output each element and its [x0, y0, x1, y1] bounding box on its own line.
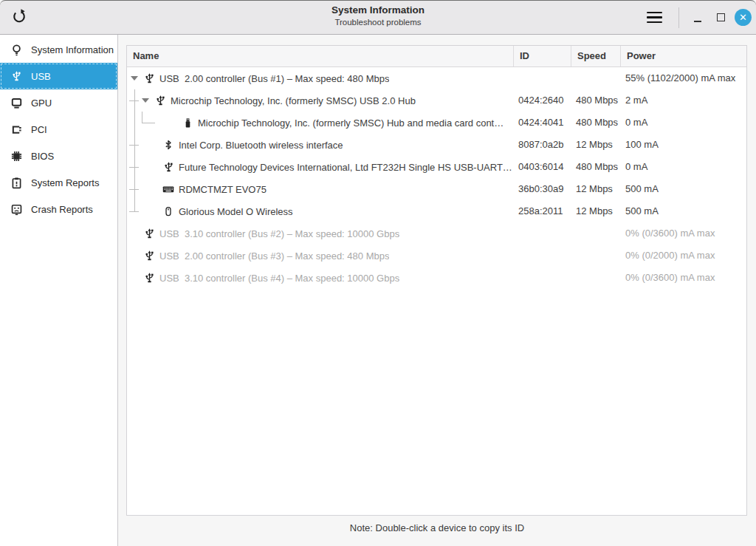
sidebar-item-crash-reports[interactable]: Crash Reports — [0, 196, 117, 222]
chip-icon — [10, 149, 23, 163]
device-name: Microchip Technology, Inc. (formerly SMS… — [171, 95, 416, 106]
device-name: RDMCTMZT EVO75 — [179, 184, 267, 195]
expander-arrow[interactable] — [141, 96, 150, 105]
minimize-icon — [694, 21, 701, 22]
device-speed: 480 Mbps — [571, 89, 621, 112]
display-icon — [10, 96, 23, 109]
device-name-cell: USB 2.00 controller (Bus #3) – Max speed… — [127, 245, 514, 267]
table-row[interactable]: USB 3.10 controller (Bus #2) – Max speed… — [127, 222, 746, 245]
table-row[interactable]: RDMCTMZT EVO7536b0:30a912 Mbps500 mA — [127, 178, 746, 200]
tree-line — [129, 145, 139, 146]
minimize-button[interactable] — [689, 7, 707, 28]
maximize-button[interactable] — [712, 7, 729, 28]
usb-icon — [162, 161, 174, 173]
refresh-icon — [11, 8, 27, 27]
sidebar-item-system-information[interactable]: System Information — [0, 36, 117, 63]
device-name: Future Technology Devices International,… — [179, 162, 512, 173]
device-name-cell: USB 3.10 controller (Bus #2) – Max speed… — [127, 222, 514, 245]
device-id: 0403:6014 — [514, 156, 571, 178]
tree-line — [129, 211, 139, 212]
device-name-cell: Intel Corp. Bluetooth wireless interface — [127, 134, 514, 156]
expander-arrow[interactable] — [130, 74, 139, 83]
tree-line — [134, 112, 135, 134]
sidebar-item-system-reports[interactable]: System Reports — [0, 169, 117, 196]
sidebar-item-bios[interactable]: BIOS — [0, 143, 117, 169]
device-id: 36b0:30a9 — [514, 178, 571, 200]
titlebar: System Information Troubleshoot problems… — [0, 0, 756, 35]
table-row[interactable]: USB 2.00 controller (Bus #3) – Max speed… — [127, 245, 746, 267]
device-speed: 12 Mbps — [571, 178, 621, 200]
table-row[interactable]: USB 3.10 controller (Bus #4) – Max speed… — [127, 267, 746, 289]
device-name: USB 2.00 controller (Bus #3) – Max speed… — [159, 250, 389, 262]
device-name: Glorious Model O Wireless — [179, 206, 293, 217]
usb-icon — [143, 228, 155, 239]
lightbulb-icon — [10, 43, 23, 56]
column-header-power[interactable]: Power — [621, 46, 746, 66]
device-power: 0 mA — [621, 112, 746, 134]
sidebar-item-label: USB — [31, 71, 51, 82]
pci-icon — [10, 123, 23, 136]
usb-icon — [143, 272, 155, 284]
device-power: 0% (0/2000) mA max — [621, 245, 746, 267]
device-power: 500 mA — [621, 178, 746, 200]
sidebar-item-label: System Reports — [31, 177, 99, 188]
device-id: 258a:2011 — [514, 200, 571, 222]
device-speed — [571, 67, 621, 89]
device-name-cell: Microchip Technology, Inc. (formerly SMS… — [127, 89, 514, 112]
device-name-cell: USB 2.00 controller (Bus #1) – Max speed… — [127, 67, 514, 89]
device-id: 8087:0a2b — [514, 134, 571, 156]
flash-drive-icon — [182, 117, 193, 129]
sidebar-item-label: GPU — [31, 98, 52, 109]
device-speed — [571, 267, 621, 289]
device-speed — [571, 245, 621, 267]
refresh-button[interactable] — [9, 7, 30, 28]
device-name: Intel Corp. Bluetooth wireless interface — [179, 140, 343, 151]
usb-icon — [154, 95, 166, 106]
device-name: USB 2.00 controller (Bus #1) – Max speed… — [159, 73, 389, 84]
bluetooth-icon — [162, 139, 174, 151]
device-power: 55% (1102/2000) mA max — [621, 67, 746, 89]
column-header-id[interactable]: ID — [514, 46, 571, 66]
device-power: 2 mA — [621, 89, 746, 112]
table-row[interactable]: Glorious Model O Wireless258a:201112 Mbp… — [127, 200, 746, 222]
sidebar-item-pci[interactable]: PCI — [0, 116, 117, 143]
device-id — [514, 67, 571, 89]
device-power: 0% (0/3600) mA max — [621, 222, 746, 245]
table-row[interactable]: Future Technology Devices International,… — [127, 156, 746, 178]
table-row[interactable]: Microchip Technology, Inc. (formerly SMS… — [127, 89, 746, 112]
content-pane: NameIDSpeedPower USB 2.00 controller (Bu… — [118, 35, 756, 546]
device-name-cell: Microchip Technology, Inc. (formerly SMS… — [127, 112, 514, 134]
tree-line — [129, 167, 139, 168]
device-name-cell: Future Technology Devices International,… — [127, 156, 514, 178]
sidebar-item-gpu[interactable]: GPU — [0, 89, 117, 116]
expander-placeholder — [130, 229, 139, 238]
table-row[interactable]: Intel Corp. Bluetooth wireless interface… — [127, 134, 746, 156]
report-icon — [10, 176, 23, 189]
close-icon: ✕ — [739, 13, 747, 22]
device-power: 0% (0/3600) mA max — [621, 267, 746, 289]
expander-placeholder — [130, 251, 139, 260]
device-id — [514, 267, 571, 289]
device-name: USB 3.10 controller (Bus #4) – Max speed… — [159, 273, 399, 284]
expander-placeholder — [130, 273, 139, 282]
device-power: 100 mA — [621, 134, 746, 156]
device-id: 0424:2640 — [514, 89, 571, 112]
device-speed — [571, 222, 621, 245]
menu-button[interactable] — [642, 7, 666, 29]
table-header: NameIDSpeedPower — [127, 46, 746, 67]
device-id — [514, 245, 571, 267]
table-row[interactable]: Microchip Technology, Inc. (formerly SMS… — [127, 112, 746, 134]
column-header-speed[interactable]: Speed — [571, 46, 621, 66]
sidebar-item-usb[interactable]: USB — [0, 63, 117, 89]
close-button[interactable]: ✕ — [735, 9, 752, 26]
sidebar-item-label: Crash Reports — [31, 204, 93, 215]
column-header-name[interactable]: Name — [127, 46, 514, 66]
tree-line — [129, 100, 139, 101]
sidebar-item-label: BIOS — [31, 151, 54, 162]
device-speed: 480 Mbps — [571, 112, 621, 134]
app-window: System Information Troubleshoot problems… — [0, 0, 756, 546]
device-id: 0424:4041 — [514, 112, 571, 134]
tree-line — [142, 123, 155, 123]
table-row[interactable]: USB 2.00 controller (Bus #1) – Max speed… — [127, 67, 746, 89]
tree-line — [142, 112, 142, 123]
